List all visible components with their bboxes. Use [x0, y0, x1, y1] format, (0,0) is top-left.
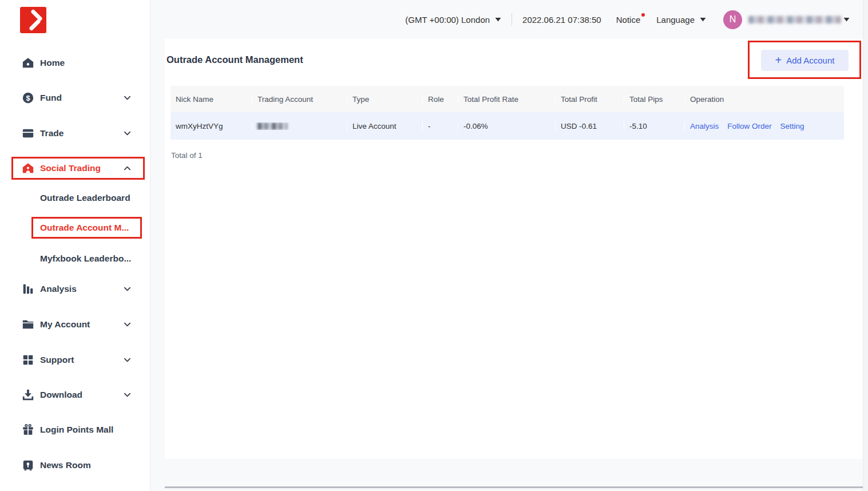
- caret-down-icon: [495, 17, 501, 22]
- col-header-total-pips: Total Pips: [624, 95, 684, 104]
- chevron-down-icon: [124, 286, 131, 293]
- dollar-circle-icon: $: [22, 92, 34, 104]
- sidebar-item-label: Trade: [40, 128, 64, 138]
- sidebar-item-myfxbook-leaderboard[interactable]: Myfxbook Leaderbo...: [0, 247, 150, 270]
- caret-down-icon[interactable]: [843, 17, 850, 22]
- sidebar-item-label: Support: [40, 355, 74, 365]
- server-datetime: 2022.06.21 07:38:50: [522, 15, 601, 25]
- sidebar-item-my-account[interactable]: My Account: [0, 313, 150, 336]
- accounts-table: Nick Name Trading Account Type Role Tota…: [171, 86, 844, 140]
- chevron-up-icon: [124, 165, 131, 172]
- grid-icon: [22, 354, 34, 366]
- notice-link[interactable]: Notice: [616, 15, 641, 25]
- table-header-row: Nick Name Trading Account Type Role Tota…: [171, 86, 844, 112]
- sidebar-item-fund[interactable]: $ Fund: [0, 86, 150, 109]
- chevron-down-icon: [124, 94, 131, 102]
- sidebar-item-label: Social Trading: [40, 163, 101, 173]
- topbar: (GMT +00:00) London 2022.06.21 07:38:50 …: [150, 0, 868, 39]
- follow-order-link[interactable]: Follow Order: [727, 122, 771, 130]
- sidebar-item-download[interactable]: Download: [0, 383, 150, 406]
- sidebar-item-trade[interactable]: Trade: [0, 122, 150, 145]
- col-header-nick-name: Nick Name: [171, 95, 252, 104]
- plus-icon: +: [775, 54, 782, 66]
- table-row: wmXyHztVYg Live Account - -0.06% USD -0.…: [171, 112, 844, 140]
- col-header-type: Type: [347, 95, 422, 104]
- download-icon: [22, 389, 34, 401]
- content-card: Outrade Account Management + Add Account…: [165, 39, 863, 459]
- chevron-down-icon: [124, 321, 131, 328]
- notice-label: Notice: [616, 15, 641, 25]
- folder-icon: [22, 318, 34, 331]
- sidebar-item-login-points-mall[interactable]: Login Points Mall: [0, 418, 150, 441]
- cell-trading-account: [252, 122, 347, 130]
- sidebar-item-label: Login Points Mall: [40, 425, 113, 435]
- vertical-scrollbar-track[interactable]: [863, 0, 868, 491]
- brand-logo-icon[interactable]: [20, 7, 46, 33]
- col-header-role: Role: [422, 95, 458, 104]
- timezone-label: (GMT +00:00) London: [405, 15, 490, 25]
- sidebar-item-news-room[interactable]: News Room: [0, 454, 150, 477]
- sidebar-item-label: News Room: [40, 460, 91, 470]
- sidebar-item-outrade-account-management[interactable]: Outrade Account M...: [0, 216, 150, 239]
- cell-operation: Analysis Follow Order Setting: [684, 122, 844, 130]
- cell-total-profit: USD -0.61: [555, 122, 624, 130]
- sidebar-item-label: Download: [40, 390, 82, 400]
- sidebar-item-label: Home: [40, 58, 65, 68]
- language-select[interactable]: Language: [656, 15, 706, 25]
- col-header-total-profit-rate: Total Profit Rate: [458, 95, 555, 104]
- sidebar-item-home[interactable]: Home: [0, 52, 150, 74]
- sidebar: Home $ Fund Trade So: [0, 0, 150, 491]
- caret-down-icon: [700, 17, 706, 22]
- total-count-label: Total of 1: [171, 151, 203, 160]
- cell-total-pips: -5.10: [624, 122, 684, 130]
- cell-role: -: [422, 122, 458, 130]
- sidebar-item-label: Myfxbook Leaderbo...: [40, 254, 131, 264]
- social-trading-house-icon: [22, 162, 34, 175]
- notice-badge-dot: [641, 13, 645, 17]
- page-title: Outrade Account Management: [167, 54, 303, 65]
- gift-icon: [22, 423, 34, 436]
- chevron-down-icon: [124, 357, 131, 364]
- sidebar-item-outrade-leaderboard[interactable]: Outrade Leaderboard: [0, 187, 150, 209]
- add-account-button[interactable]: + Add Account: [761, 50, 849, 71]
- col-header-operation: Operation: [684, 95, 844, 104]
- sidebar-item-analysis[interactable]: Analysis: [0, 278, 150, 300]
- analysis-link[interactable]: Analysis: [690, 122, 719, 130]
- col-header-trading-account: Trading Account: [252, 95, 347, 104]
- avatar-letter: N: [730, 14, 736, 25]
- cell-nick-name: wmXyHztVYg: [171, 122, 252, 130]
- setting-link[interactable]: Setting: [780, 122, 804, 130]
- home-icon: [22, 57, 34, 69]
- avatar[interactable]: N: [723, 10, 742, 29]
- chevron-down-icon: [124, 391, 131, 399]
- sidebar-item-label: Fund: [40, 93, 62, 103]
- chevron-down-icon: [124, 130, 131, 137]
- trading-account-redacted: [257, 122, 287, 130]
- username-redacted[interactable]: [748, 16, 841, 23]
- sidebar-item-support[interactable]: Support: [0, 349, 150, 371]
- language-label: Language: [656, 15, 695, 25]
- svg-text:$: $: [26, 94, 30, 102]
- sidebar-item-label: Outrade Account M...: [40, 223, 129, 233]
- add-account-label: Add Account: [786, 56, 834, 65]
- col-header-total-profit: Total Profit: [555, 95, 624, 104]
- bar-chart-icon: [22, 283, 34, 295]
- sidebar-item-label: My Account: [40, 319, 90, 330]
- horizontal-scrollbar[interactable]: [165, 486, 863, 488]
- cell-total-profit-rate: -0.06%: [458, 122, 555, 130]
- news-room-icon: [22, 459, 34, 472]
- screen: Home $ Fund Trade So: [0, 0, 868, 491]
- sidebar-item-label: Outrade Leaderboard: [40, 193, 130, 203]
- topbar-divider: [512, 13, 512, 26]
- timezone-select[interactable]: (GMT +00:00) London: [405, 15, 501, 25]
- trade-panel-icon: [22, 127, 34, 140]
- sidebar-item-label: Analysis: [40, 284, 77, 294]
- sidebar-item-social-trading[interactable]: Social Trading: [0, 157, 150, 180]
- cell-type: Live Account: [347, 122, 422, 130]
